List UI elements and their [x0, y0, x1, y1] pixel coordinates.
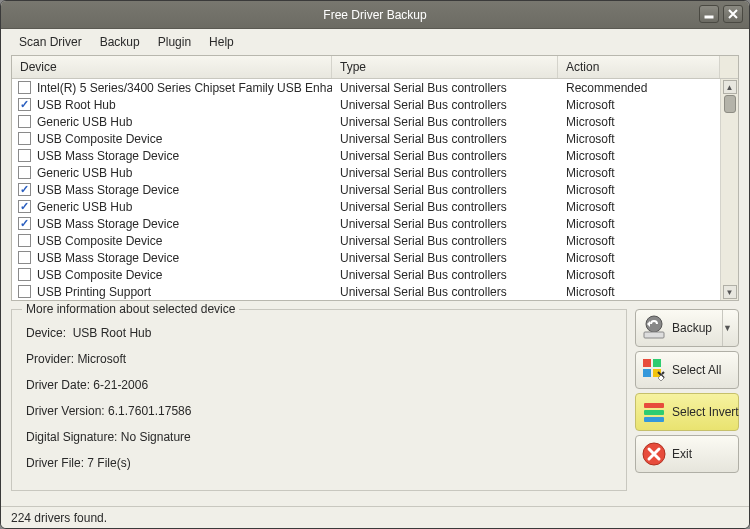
device-name: Generic USB Hub [37, 115, 132, 129]
backup-icon [640, 314, 668, 342]
table-row[interactable]: USB Mass Storage DeviceUniversal Serial … [12, 147, 720, 164]
exit-icon [640, 440, 668, 468]
info-file: Driver File: 7 File(s) [26, 456, 616, 470]
info-provider-value: Microsoft [77, 352, 126, 366]
cell-type: Universal Serial Bus controllers [332, 285, 558, 299]
cell-device: USB Mass Storage Device [12, 217, 332, 231]
table-row[interactable]: USB Composite DeviceUniversal Serial Bus… [12, 232, 720, 249]
cell-action: Microsoft [558, 115, 720, 129]
row-checkbox[interactable] [18, 285, 31, 298]
info-provider: Provider: Microsoft [26, 352, 616, 366]
row-checkbox[interactable] [18, 81, 31, 94]
svg-rect-3 [644, 332, 664, 338]
menu-backup[interactable]: Backup [92, 31, 148, 53]
scroll-thumb[interactable] [724, 95, 736, 113]
table-row[interactable]: USB Composite DeviceUniversal Serial Bus… [12, 130, 720, 147]
table-row[interactable]: Generic USB HubUniversal Serial Bus cont… [12, 164, 720, 181]
action-buttons: Backup ▼ Select All Select Invert [635, 309, 739, 491]
scroll-up-arrow-icon[interactable]: ▲ [723, 80, 737, 94]
device-name: USB Mass Storage Device [37, 149, 179, 163]
window-controls [699, 5, 743, 23]
device-name: Generic USB Hub [37, 200, 132, 214]
select-all-button[interactable]: Select All [635, 351, 739, 389]
col-header-type[interactable]: Type [332, 56, 558, 78]
info-signature-label: Digital Signature: [26, 430, 117, 444]
table-row[interactable]: Generic USB HubUniversal Serial Bus cont… [12, 198, 720, 215]
select-invert-button[interactable]: Select Invert [635, 393, 739, 431]
col-header-action[interactable]: Action [558, 56, 720, 78]
row-checkbox[interactable] [18, 217, 31, 230]
row-checkbox[interactable] [18, 115, 31, 128]
table-row[interactable]: Intel(R) 5 Series/3400 Series Chipset Fa… [12, 79, 720, 96]
row-checkbox[interactable] [18, 149, 31, 162]
cell-device: USB Composite Device [12, 234, 332, 248]
cell-action: Microsoft [558, 285, 720, 299]
cell-device: USB Mass Storage Device [12, 149, 332, 163]
row-checkbox[interactable] [18, 183, 31, 196]
row-checkbox[interactable] [18, 200, 31, 213]
row-checkbox[interactable] [18, 234, 31, 247]
table-row[interactable]: USB Mass Storage DeviceUniversal Serial … [12, 215, 720, 232]
cell-action: Microsoft [558, 217, 720, 231]
minimize-button[interactable] [699, 5, 719, 23]
cell-type: Universal Serial Bus controllers [332, 166, 558, 180]
scroll-track[interactable] [723, 95, 737, 284]
table-row[interactable]: USB Printing SupportUniversal Serial Bus… [12, 283, 720, 300]
cell-device: Generic USB Hub [12, 115, 332, 129]
cell-type: Universal Serial Bus controllers [332, 183, 558, 197]
table-row[interactable]: USB Mass Storage DeviceUniversal Serial … [12, 181, 720, 198]
menu-help[interactable]: Help [201, 31, 242, 53]
row-checkbox[interactable] [18, 132, 31, 145]
menu-scan-driver[interactable]: Scan Driver [11, 31, 90, 53]
device-name: Intel(R) 5 Series/3400 Series Chipset Fa… [37, 81, 332, 95]
device-name: USB Mass Storage Device [37, 183, 179, 197]
cell-action: Microsoft [558, 183, 720, 197]
select-invert-button-label: Select Invert [672, 405, 739, 419]
cell-type: Universal Serial Bus controllers [332, 200, 558, 214]
menu-plugin[interactable]: Plugin [150, 31, 199, 53]
statusbar: 224 drivers found. [1, 506, 749, 528]
cell-device: USB Root Hub [12, 98, 332, 112]
svg-rect-4 [643, 359, 651, 367]
backup-button[interactable]: Backup ▼ [635, 309, 739, 347]
minimize-icon [704, 9, 714, 19]
row-checkbox[interactable] [18, 268, 31, 281]
cell-device: Generic USB Hub [12, 166, 332, 180]
svg-rect-6 [643, 369, 651, 377]
device-name: USB Composite Device [37, 234, 162, 248]
device-info-panel: More information about selected device D… [11, 309, 627, 491]
vertical-scrollbar[interactable]: ▲ ▼ [720, 79, 738, 300]
menubar: Scan Driver Backup Plugin Help [1, 29, 749, 55]
cell-type: Universal Serial Bus controllers [332, 149, 558, 163]
device-name: USB Mass Storage Device [37, 217, 179, 231]
close-button[interactable] [723, 5, 743, 23]
device-name: USB Printing Support [37, 285, 151, 299]
svg-rect-11 [644, 417, 664, 422]
info-version: Driver Version: 6.1.7601.17586 [26, 404, 616, 418]
backup-dropdown-arrow-icon[interactable]: ▼ [722, 310, 732, 346]
table-row[interactable]: Generic USB HubUniversal Serial Bus cont… [12, 113, 720, 130]
cell-device: USB Composite Device [12, 268, 332, 282]
cell-action: Recommended [558, 81, 720, 95]
table-row[interactable]: USB Composite DeviceUniversal Serial Bus… [12, 266, 720, 283]
close-icon [728, 9, 738, 19]
scroll-down-arrow-icon[interactable]: ▼ [723, 285, 737, 299]
table-row[interactable]: USB Mass Storage DeviceUniversal Serial … [12, 249, 720, 266]
cell-type: Universal Serial Bus controllers [332, 217, 558, 231]
info-device-label: Device: [26, 326, 66, 340]
cell-device: USB Composite Device [12, 132, 332, 146]
cell-action: Microsoft [558, 251, 720, 265]
table-row[interactable]: USB Root HubUniversal Serial Bus control… [12, 96, 720, 113]
cell-type: Universal Serial Bus controllers [332, 115, 558, 129]
content-area: Device Type Action Intel(R) 5 Series/340… [1, 55, 749, 506]
cell-type: Universal Serial Bus controllers [332, 251, 558, 265]
row-checkbox[interactable] [18, 251, 31, 264]
info-device: Device: USB Root Hub [26, 326, 616, 340]
backup-button-label: Backup [672, 321, 716, 335]
info-version-label: Driver Version: [26, 404, 105, 418]
row-checkbox[interactable] [18, 98, 31, 111]
exit-button[interactable]: Exit [635, 435, 739, 473]
col-header-device[interactable]: Device [12, 56, 332, 78]
row-checkbox[interactable] [18, 166, 31, 179]
info-provider-label: Provider: [26, 352, 74, 366]
